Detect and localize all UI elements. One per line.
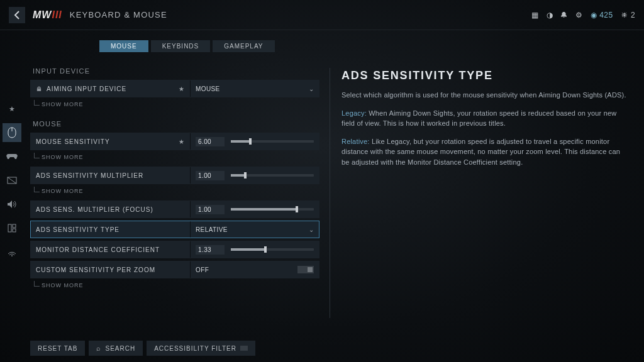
grid-icon[interactable]: ▦ — [531, 11, 538, 19]
game-logo: MWIII — [33, 9, 62, 21]
chevron-left-icon — [14, 11, 20, 19]
svg-rect-4 — [8, 224, 11, 232]
bell-icon[interactable]: 🔔︎ — [560, 11, 568, 19]
network-icon — [7, 248, 17, 256]
panel-divider — [330, 68, 330, 318]
chevron-down-icon: ⌄ — [309, 226, 314, 233]
row-ads-focus[interactable]: ADS SENS. MULTIPLIER (FOCUS) 1.00 — [30, 200, 319, 218]
sensitivity-slider[interactable] — [231, 140, 314, 143]
row-aiming-input-device[interactable]: 🔒︎ AIMING INPUT DEVICE ★ MOUSE ⌄ — [30, 80, 319, 97]
info-title: ADS SENSITIVITY TYPE — [341, 69, 628, 82]
row-custom-zoom[interactable]: CUSTOM SENSITIVITY PER ZOOM OFF — [30, 261, 319, 278]
monitor-slider[interactable] — [231, 248, 314, 251]
show-more-sensitivity[interactable]: SHOW MORE — [42, 154, 319, 160]
top-right-cluster: ▦ ◑ 🔔︎ ⚙ ◉425 ⛯2 — [531, 11, 635, 19]
search-icon: ⌕ — [96, 344, 101, 352]
category-rail: ★ — [0, 30, 24, 362]
info-relative: Relative: Like Legacy, but your rotation… — [341, 136, 628, 168]
bottom-bar: RESET TAB ⌕SEARCH ACCESSIBILITY FILTER — [30, 341, 255, 356]
rail-controller[interactable] — [3, 147, 21, 166]
rail-display[interactable] — [3, 171, 21, 190]
svg-rect-6 — [13, 229, 16, 232]
rail-favorites[interactable]: ★ — [3, 99, 21, 118]
speaker-icon — [7, 200, 17, 209]
search-button[interactable]: ⌕SEARCH — [89, 341, 143, 356]
custom-zoom-toggle[interactable] — [297, 266, 314, 273]
controller-icon — [6, 153, 18, 160]
section-mouse: MOUSE — [33, 120, 319, 128]
tab-gameplay[interactable]: GAMEPLAY — [213, 40, 274, 52]
rail-interface[interactable] — [3, 219, 21, 238]
party-count[interactable]: ⛯2 — [621, 11, 635, 19]
show-more-input[interactable]: SHOW MORE — [42, 101, 319, 107]
filter-toggle-icon — [240, 346, 248, 351]
info-legacy: Legacy: When Aiming Down Sights, your ro… — [341, 108, 628, 129]
breadcrumb: KEYBOARD & MOUSE — [70, 10, 167, 19]
back-button[interactable] — [9, 7, 25, 23]
show-more-ads-mult[interactable]: SHOW MORE — [42, 188, 319, 194]
ads-focus-value[interactable]: 1.00 — [196, 205, 225, 214]
chevron-down-icon: ⌄ — [309, 85, 314, 92]
ads-mult-value[interactable]: 1.00 — [196, 171, 225, 180]
value-cell[interactable]: MOUSE ⌄ — [191, 80, 319, 97]
rail-mouse[interactable] — [3, 123, 21, 142]
tab-mouse[interactable]: MOUSE — [99, 40, 148, 52]
headset-icon[interactable]: ◑ — [547, 11, 553, 19]
show-more-zoom[interactable]: SHOW MORE — [42, 282, 319, 288]
top-bar: MWIII KEYBOARD & MOUSE ▦ ◑ 🔔︎ ⚙ ◉425 ⛯2 — [0, 0, 644, 30]
content-area: ★ MOUSE KEYBINDS GAMEPLAY INPUT DEVICE — [0, 30, 644, 362]
ads-focus-slider[interactable] — [231, 208, 314, 211]
star-icon: ★ — [179, 85, 185, 92]
ads-mult-slider[interactable] — [231, 174, 314, 177]
info-intro: Select which algorithm is used for the m… — [341, 90, 628, 101]
lock-icon: 🔒︎ — [36, 85, 43, 92]
rail-network[interactable] — [3, 243, 21, 261]
label-cell: 🔒︎ AIMING INPUT DEVICE ★ — [31, 80, 191, 97]
info-body: Select which algorithm is used for the m… — [341, 90, 628, 167]
row-ads-multiplier[interactable]: ADS SENSITIVITY MULTIPLIER 1.00 — [30, 167, 319, 184]
reset-tab-button[interactable]: RESET TAB — [30, 341, 85, 356]
tab-keybinds[interactable]: KEYBINDS — [151, 40, 211, 52]
row-ads-sensitivity-type[interactable]: ADS SENSITIVITY TYPE RELATIVE ⌄ — [30, 221, 319, 238]
row-mouse-sensitivity[interactable]: MOUSE SENSITIVITY★ 6.00 — [30, 133, 319, 150]
ads-type-select[interactable]: RELATIVE ⌄ — [191, 221, 319, 238]
gear-icon[interactable]: ⚙ — [575, 11, 582, 19]
tab-strip: MOUSE KEYBINDS GAMEPLAY — [99, 40, 319, 52]
layout-icon — [8, 224, 16, 233]
mouse-icon — [8, 127, 16, 138]
svg-rect-5 — [13, 224, 16, 228]
section-input-device: INPUT DEVICE — [33, 67, 319, 75]
row-monitor-distance[interactable]: MONITOR DISTANCE COEFFICIENT 1.33 — [30, 241, 319, 258]
svg-line-3 — [8, 177, 16, 184]
star-icon: ★ — [179, 138, 185, 145]
credits-count[interactable]: ◉425 — [591, 11, 613, 19]
info-panel: ADS SENSITIVITY TYPE Select which algori… — [334, 30, 644, 362]
sensitivity-value[interactable]: 6.00 — [196, 137, 225, 146]
settings-panel: MOUSE KEYBINDS GAMEPLAY INPUT DEVICE 🔒︎ … — [24, 30, 326, 362]
rail-audio[interactable] — [3, 195, 21, 214]
display-icon — [7, 177, 17, 184]
svg-point-7 — [11, 255, 13, 256]
accessibility-filter-button[interactable]: ACCESSIBILITY FILTER — [147, 341, 255, 356]
monitor-value[interactable]: 1.33 — [196, 245, 225, 255]
